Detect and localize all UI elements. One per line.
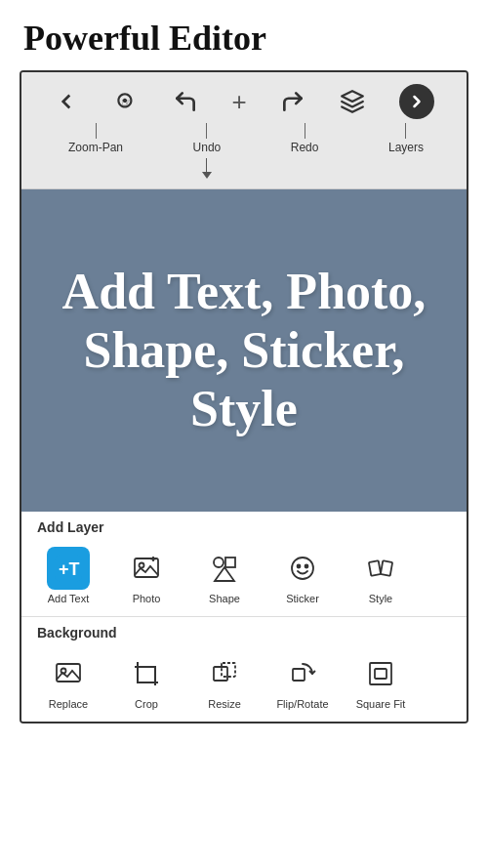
page-title: Powerful Editor [0,0,488,70]
zoom-pan-icon[interactable]: ☞ [113,89,139,114]
svg-point-11 [292,558,313,579]
zoom-pan-label: Zoom-Pan [68,141,123,154]
square-fit-label: Square Fit [356,698,406,710]
svg-rect-14 [369,560,381,576]
svg-point-13 [305,565,308,568]
crop-label: Crop [135,698,158,710]
background-section: Background Replace [21,617,467,722]
replace-tool[interactable]: Replace [29,648,107,714]
layers-icon[interactable] [340,89,365,114]
svg-rect-9 [225,558,235,567]
undo-icon[interactable] [173,89,198,114]
svg-rect-23 [375,669,386,679]
back-icon[interactable] [54,89,79,114]
photo-label: Photo [133,593,161,604]
shape-tool[interactable]: Shape [185,543,264,608]
svg-text:+T: +T [59,559,80,579]
style-tool[interactable]: Style [342,543,420,608]
canvas-text: Add Text, Photo, Shape, Sticker, Style [21,263,467,437]
redo-icon[interactable] [280,89,305,114]
svg-rect-18 [138,667,155,682]
crop-tool[interactable]: Crop [107,648,185,714]
sticker-label: Sticker [286,593,319,604]
svg-rect-19 [214,667,227,681]
replace-label: Replace [49,698,88,710]
add-text-tool[interactable]: +T Add Text [29,543,107,608]
flip-rotate-label: Flip/Rotate [276,698,328,710]
svg-marker-1 [342,91,363,102]
svg-point-5 [140,563,144,568]
bottom-panel: Add Layer +T Add Text [21,512,467,722]
svg-rect-16 [57,664,80,682]
svg-rect-15 [381,560,392,576]
editor-frame: ☞ + [20,70,468,723]
toolbar: ☞ + [21,72,467,189]
add-layer-section: Add Layer +T Add Text [21,512,467,616]
sticker-tool[interactable]: Sticker [264,543,342,608]
background-header: Background [21,617,467,644]
svg-text:☞: ☞ [121,96,132,109]
add-icon[interactable]: + [231,87,246,117]
undo-label: Undo [193,141,222,154]
flip-rotate-tool[interactable]: Flip/Rotate [264,648,342,714]
svg-rect-21 [293,669,305,681]
resize-label: Resize [208,698,241,710]
shape-label: Shape [209,593,240,604]
add-layer-header: Add Layer [21,512,467,539]
svg-marker-10 [215,567,234,581]
canvas-area: Add Text, Photo, Shape, Sticker, Style [21,189,467,512]
square-fit-tool[interactable]: Square Fit [342,648,420,714]
svg-rect-20 [222,663,235,677]
layers-label: Layers [388,141,424,154]
resize-tool[interactable]: Resize [185,648,264,714]
style-label: Style [369,593,392,604]
redo-label: Redo [291,141,319,154]
photo-tool[interactable]: Photo [107,543,185,608]
svg-point-8 [214,558,224,567]
next-icon[interactable] [399,84,434,119]
add-text-label: Add Text [48,593,90,604]
svg-rect-4 [135,558,158,577]
svg-point-12 [298,565,301,568]
svg-rect-22 [370,663,391,684]
